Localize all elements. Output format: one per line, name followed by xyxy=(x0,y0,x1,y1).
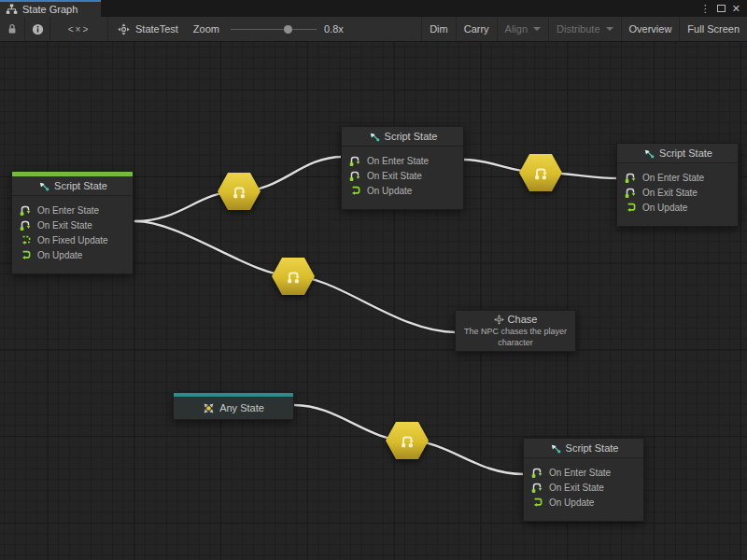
exit-state-icon xyxy=(19,218,32,231)
node-header[interactable]: Script State xyxy=(524,439,643,458)
zoom-slider[interactable] xyxy=(231,24,317,34)
transition-icon xyxy=(230,184,248,200)
node-header[interactable]: Script State xyxy=(342,127,463,147)
node-script-state-right[interactable]: Script State On Enter State On Exit Stat… xyxy=(616,143,739,227)
graph-selector[interactable]: StateTest xyxy=(108,17,188,41)
graph-canvas[interactable]: Script State On Enter State On Exit Stat… xyxy=(0,42,747,560)
node-title: Script State xyxy=(566,442,619,454)
graph-name-label: StateTest xyxy=(135,23,178,35)
titlebar: State Graph ⋮ ✕ xyxy=(0,0,747,17)
fullscreen-button[interactable]: Full Screen xyxy=(680,17,747,41)
node-header: Chase xyxy=(494,314,538,325)
zoom-slider-handle[interactable] xyxy=(284,25,292,34)
script-state-icon xyxy=(368,131,380,143)
event-row[interactable]: On Fixed Update xyxy=(19,232,126,247)
enter-state-icon xyxy=(348,154,361,167)
node-header[interactable]: Any State xyxy=(174,397,293,419)
event-row[interactable]: On Update xyxy=(530,495,637,510)
update-icon xyxy=(624,201,637,214)
enter-state-icon xyxy=(19,203,32,217)
any-state-icon xyxy=(203,402,215,414)
node-any-state[interactable]: Any State xyxy=(173,392,294,420)
node-title: Script State xyxy=(385,131,438,142)
align-button[interactable]: Align xyxy=(498,17,549,41)
event-label: On Update xyxy=(549,497,594,508)
exit-state-icon xyxy=(530,481,543,494)
node-header[interactable]: Script State xyxy=(617,144,738,163)
node-title: Script State xyxy=(659,147,712,159)
event-label: On Exit State xyxy=(642,188,698,198)
event-row[interactable]: On Exit State xyxy=(624,185,731,200)
event-row[interactable]: On Update xyxy=(624,200,731,215)
event-row[interactable]: On Enter State xyxy=(624,170,731,185)
close-icon[interactable]: ✕ xyxy=(732,4,740,14)
script-state-icon xyxy=(549,442,561,455)
update-icon xyxy=(19,248,32,261)
info-icon xyxy=(32,23,44,35)
node-script-state-bottom[interactable]: Script State On Enter State On Exit Stat… xyxy=(523,438,644,522)
event-label: On Fixed Update xyxy=(37,235,108,245)
node-title: Script State xyxy=(54,180,107,191)
node-script-state-mid[interactable]: Script State On Enter State On Exit Stat… xyxy=(341,126,464,210)
maximize-icon[interactable] xyxy=(717,5,726,12)
event-row[interactable]: On Exit State xyxy=(19,217,126,232)
event-row[interactable]: On Enter State xyxy=(348,153,457,168)
transition-icon xyxy=(284,269,303,285)
node-description: The NPC chases the player character xyxy=(463,327,568,348)
lock-button[interactable] xyxy=(0,17,25,41)
titlebar-spacer xyxy=(101,0,700,17)
node-chase[interactable]: Chase The NPC chases the player characte… xyxy=(455,310,576,352)
window-menu-icon[interactable]: ⋮ xyxy=(700,4,711,14)
dim-button[interactable]: Dim xyxy=(421,17,457,41)
distribute-button[interactable]: Distribute xyxy=(549,17,621,41)
node-title: Chase xyxy=(508,314,538,325)
move-crosshair-icon xyxy=(118,23,130,35)
move-crosshair-icon xyxy=(494,315,504,325)
event-label: On Enter State xyxy=(37,205,99,216)
distribute-label: Distribute xyxy=(557,23,599,35)
transition-node[interactable] xyxy=(272,258,315,295)
carry-button[interactable]: Carry xyxy=(457,17,498,41)
enter-state-icon xyxy=(530,466,543,479)
node-title: Any State xyxy=(219,402,264,413)
transition-icon xyxy=(398,433,416,449)
update-icon xyxy=(530,496,543,509)
event-list: On Enter State On Exit State On Update xyxy=(342,147,463,209)
event-row[interactable]: On Exit State xyxy=(348,168,457,183)
code-button[interactable]: <×> xyxy=(50,17,108,41)
event-label: On Exit State xyxy=(37,220,92,231)
event-row[interactable]: On Enter State xyxy=(530,465,637,480)
event-row[interactable]: On Enter State xyxy=(19,203,126,217)
transition-node[interactable] xyxy=(386,422,429,459)
fixed-update-icon xyxy=(19,233,32,246)
chevron-down-icon xyxy=(606,27,613,31)
transition-icon xyxy=(531,165,550,181)
overview-button[interactable]: Overview xyxy=(622,17,681,41)
event-row[interactable]: On Update xyxy=(348,183,457,198)
event-list: On Enter State On Exit State On Update xyxy=(524,458,643,521)
exit-state-icon xyxy=(348,169,361,182)
toolbar-spacer xyxy=(349,17,421,41)
event-label: On Update xyxy=(367,186,412,196)
event-label: On Enter State xyxy=(642,173,704,183)
event-list: On Enter State On Exit State On Update xyxy=(617,163,738,226)
script-state-icon xyxy=(37,180,49,192)
toolbar: <×> StateTest Zoom 0.8x Dim Carry Align … xyxy=(0,17,747,42)
zoom-value: 0.8x xyxy=(324,23,344,35)
event-label: On Exit State xyxy=(549,483,604,493)
transition-node[interactable] xyxy=(218,173,261,210)
state-graph-window: State Graph ⋮ ✕ <×> StateTest xyxy=(0,0,747,560)
script-state-icon xyxy=(642,147,655,160)
zoom-label: Zoom xyxy=(193,23,219,35)
event-list: On Enter State On Exit State On Fixed Up… xyxy=(12,196,133,273)
update-icon xyxy=(348,184,361,197)
lock-icon xyxy=(6,22,19,35)
tab-state-graph[interactable]: State Graph xyxy=(0,0,101,17)
node-script-state-start[interactable]: Script State On Enter State On Exit Stat… xyxy=(11,171,134,274)
event-row[interactable]: On Update xyxy=(19,247,126,262)
zoom-control: Zoom 0.8x xyxy=(188,17,349,41)
transition-node[interactable] xyxy=(519,154,562,191)
event-row[interactable]: On Exit State xyxy=(530,480,637,495)
node-header[interactable]: Script State xyxy=(12,176,133,196)
info-button[interactable] xyxy=(25,17,50,41)
